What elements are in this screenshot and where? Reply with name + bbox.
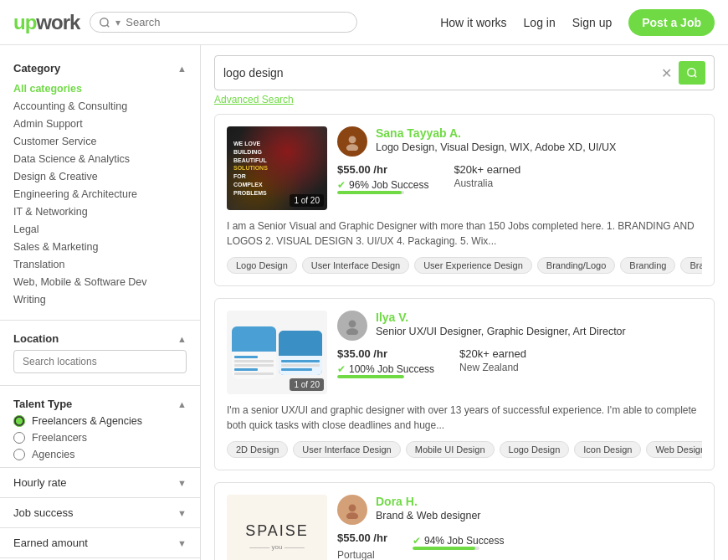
sidebar-item-design[interactable]: Design & Creative xyxy=(13,171,98,182)
dora-brand-name: SPAISE xyxy=(245,522,309,540)
sidebar-item-admin[interactable]: Admin Support xyxy=(13,118,83,130)
success-bar-fill-ilya xyxy=(337,375,404,378)
header-search-bar[interactable]: ▾ xyxy=(90,12,357,33)
success-bar-sana xyxy=(337,191,404,194)
tag-ilya-0[interactable]: 2D Design xyxy=(227,441,288,458)
sidebar-item-legal[interactable]: Legal xyxy=(13,223,39,235)
tag-sana-3[interactable]: Branding/Logo xyxy=(537,257,616,274)
card-info-ilya: Ilya V. Senior UX/UI Designer, Graphic D… xyxy=(337,311,702,394)
success-badge-icon-sana: ✔ xyxy=(337,179,346,191)
location-search-input[interactable] xyxy=(13,350,187,373)
sidebar-item-customer[interactable]: Customer Service xyxy=(13,136,96,147)
login-link[interactable]: Log in xyxy=(524,16,556,29)
tag-sana-0[interactable]: Logo Design xyxy=(227,257,297,274)
sidebar-item-all-categories[interactable]: All categories xyxy=(13,83,82,95)
tag-sana-4[interactable]: Branding xyxy=(620,257,675,274)
card-image-sana[interactable]: WE LOVEBUILDINGBEAUTIFULSOLUTIONSFORCOMP… xyxy=(227,126,327,210)
talent-type-header: Talent Type ▲ xyxy=(13,398,187,410)
location-chevron-up-icon[interactable]: ▲ xyxy=(177,334,187,344)
card-name-title-ilya: Ilya V. Senior UX/UI Designer, Graphic D… xyxy=(376,311,626,337)
tag-ilya-5[interactable]: Web Design xyxy=(646,441,702,458)
success-badge-icon-dora: ✔ xyxy=(413,535,421,547)
freelancer-title-ilya: Senior UX/UI Designer, Graphic Designer,… xyxy=(376,326,626,337)
freelancer-name-sana[interactable]: Sana Tayyab A. xyxy=(376,126,616,140)
talent-option-all[interactable]: Freelancers & Agencies xyxy=(13,415,187,427)
sidebar-item-data[interactable]: Data Science & Analytics xyxy=(13,153,130,165)
logo[interactable]: upwork xyxy=(13,11,79,34)
sidebar-item-accounting[interactable]: Accounting & Consulting xyxy=(13,100,127,112)
card-stats-dora: $55.00 /hr Portugal ✔ 94% Job Success xyxy=(337,532,702,560)
phone-line-3 xyxy=(234,364,274,367)
category-section: Category ▲ All categories Accounting & C… xyxy=(0,55,200,315)
phone-line-2 xyxy=(234,360,274,362)
list-item: IT & Networking xyxy=(13,203,187,220)
card-tags-ilya: 2D Design User Interface Design Mobile U… xyxy=(227,441,702,458)
card-name-title-dora: Dora H. Brand & Web designer xyxy=(376,495,481,521)
earned-amount-section[interactable]: Earned amount ▼ xyxy=(0,527,200,557)
job-success-section[interactable]: Job success ▼ xyxy=(0,497,200,527)
search-submit-button[interactable] xyxy=(679,61,705,85)
signup-link[interactable]: Sign up xyxy=(572,16,612,29)
main-content: ✕ Advanced Search WE LOVEBUILDINGBEAUTIF… xyxy=(201,45,728,560)
card-image-ilya[interactable]: 1 of 20 xyxy=(227,311,327,394)
talent-option-agencies[interactable]: Agencies xyxy=(13,449,187,460)
how-it-works-link[interactable]: How it works xyxy=(440,16,506,29)
svg-point-0 xyxy=(100,18,108,25)
card-image-text-sana: WE LOVEBUILDINGBEAUTIFULSOLUTIONSFORCOMP… xyxy=(233,140,268,198)
svg-point-8 xyxy=(349,504,356,511)
location-header: Location ▲ xyxy=(13,332,187,345)
card-info-dora: Dora H. Brand & Web designer $55.00 /hr … xyxy=(337,495,702,560)
category-chevron-up-icon[interactable]: ▲ xyxy=(177,64,187,74)
svg-line-3 xyxy=(695,75,697,78)
success-badge-icon-ilya: ✔ xyxy=(337,363,346,375)
freelancer-name-ilya[interactable]: Ilya V. xyxy=(376,311,626,324)
sidebar-item-sales[interactable]: Sales & Marketing xyxy=(13,241,98,253)
freelancer-name-dora[interactable]: Dora H. xyxy=(376,495,481,508)
advanced-search-link[interactable]: Advanced Search xyxy=(214,94,715,105)
tag-ilya-4[interactable]: Icon Design xyxy=(574,441,641,458)
tag-ilya-2[interactable]: Mobile UI Design xyxy=(406,441,495,458)
talent-option-freelancers[interactable]: Freelancers xyxy=(13,432,187,444)
job-success-dora: ✔ 94% Job Success xyxy=(413,535,504,547)
avatar-sana xyxy=(337,126,367,157)
list-item: Translation xyxy=(13,255,187,273)
search-dropdown-trigger[interactable]: ▾ xyxy=(115,17,120,28)
location-section: Location ▲ xyxy=(0,326,200,380)
list-item: Customer Service xyxy=(13,132,187,150)
sidebar-item-it[interactable]: IT & Networking xyxy=(13,206,88,218)
tag-ilya-3[interactable]: Logo Design xyxy=(500,441,570,458)
svg-point-2 xyxy=(688,69,695,76)
search-clear-button[interactable]: ✕ xyxy=(661,65,672,81)
phone-line-1 xyxy=(234,356,258,358)
card-image-content-dora: SPAISE ——— you ——— xyxy=(245,522,309,551)
category-list: All categories Accounting & Consulting A… xyxy=(13,80,187,308)
tag-sana-1[interactable]: User Interface Design xyxy=(302,257,409,274)
tag-sana-2[interactable]: User Experience Design xyxy=(414,257,532,274)
search-submit-icon xyxy=(686,67,698,79)
svg-point-7 xyxy=(346,328,358,335)
job-success-chevron-down-icon: ▼ xyxy=(177,508,187,518)
phone-line-6 xyxy=(281,360,320,362)
freelancer-card-dora: SPAISE ——— you ——— 1 of 20 Dora H. Brand… xyxy=(214,482,715,560)
card-image-count-ilya: 1 of 20 xyxy=(290,378,324,391)
sidebar-item-writing[interactable]: Writing xyxy=(13,294,46,306)
search-query-input[interactable] xyxy=(223,66,654,80)
talent-type-chevron-up-icon[interactable]: ▲ xyxy=(177,399,187,409)
list-item: Admin Support xyxy=(13,115,187,132)
card-profile-header-dora: Dora H. Brand & Web designer xyxy=(337,495,702,525)
sidebar-item-web[interactable]: Web, Mobile & Software Dev xyxy=(13,276,147,288)
hourly-rate-section[interactable]: Hourly rate ▼ xyxy=(0,467,200,497)
header-search-input[interactable] xyxy=(126,16,348,28)
tag-ilya-1[interactable]: User Interface Design xyxy=(293,441,400,458)
sidebar-item-engineering[interactable]: Engineering & Architecture xyxy=(13,188,137,200)
sidebar-item-translation[interactable]: Translation xyxy=(13,259,64,270)
list-item: Sales & Marketing xyxy=(13,238,187,255)
card-image-dora[interactable]: SPAISE ——— you ——— 1 of 20 xyxy=(227,495,327,560)
talent-radio-group: Freelancers & Agencies Freelancers Agenc… xyxy=(13,415,187,460)
phone-content-2 xyxy=(279,356,323,375)
card-description-ilya: I'm a senior UX/UI and graphic designer … xyxy=(227,403,702,433)
phone-line-7 xyxy=(281,364,320,367)
post-job-button[interactable]: Post a Job xyxy=(628,9,715,36)
success-bar-fill-sana xyxy=(337,191,402,194)
tag-sana-5[interactable]: Brand Positioning xyxy=(680,257,702,274)
